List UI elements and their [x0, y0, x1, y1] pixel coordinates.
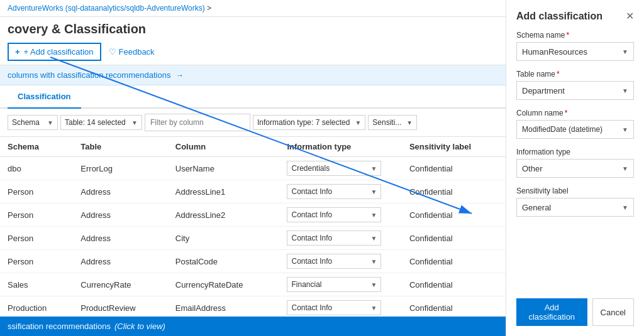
- table-row: Production ProductReview EmailAddress Co…: [0, 296, 506, 320]
- schema-name-group: Schema name * HumanResources ▼: [516, 31, 634, 61]
- sensitivity-value-2: Confidential: [409, 210, 453, 220]
- table-name-group: Table name * Department ▼: [516, 70, 634, 100]
- cell-schema: Production: [0, 296, 73, 320]
- sensitivity-label-group: Sensitivity label General ▼: [516, 187, 634, 217]
- cell-table: ProductReview: [73, 296, 167, 320]
- bottom-bar-click: (Click to view): [114, 322, 165, 331]
- info-type-filter[interactable]: Information type: 7 selected ▼: [253, 115, 365, 130]
- cell-sensitivity: Confidential: [402, 203, 506, 227]
- info-type-cell-select-2[interactable]: Contact Info ▼: [287, 207, 381, 222]
- table-name-value: Department: [522, 86, 565, 95]
- info-type-cell-select-3[interactable]: Contact Info ▼: [287, 230, 381, 246]
- sensitivity-filter[interactable]: Sensiti... ▼: [368, 115, 417, 130]
- tabs-bar: Classification: [0, 85, 506, 109]
- right-panel: Add classification ✕ Schema name * Human…: [506, 0, 644, 336]
- schema-filter[interactable]: Schema ▼: [8, 115, 58, 130]
- breadcrumb-link[interactable]: AdventureWorks (sql-dataanalytics/sqldb-…: [8, 4, 205, 13]
- info-type-filter-text: Information type: 7 selected: [257, 118, 350, 127]
- breadcrumb-separator: >: [207, 4, 211, 13]
- col-header-info-type: Information type: [279, 137, 401, 157]
- sensitivity-filter-text: Sensiti...: [372, 118, 401, 127]
- sensitivity-value-4: Confidential: [409, 257, 453, 266]
- cell-table: Address: [73, 180, 167, 203]
- info-type-cell-chevron-icon-3: ▼: [371, 235, 377, 242]
- bottom-bar-text: ssification recommendations: [8, 322, 111, 331]
- schema-name-label: Schema name *: [516, 31, 634, 40]
- cell-sensitivity: Confidential: [402, 227, 506, 250]
- heart-icon: ♡: [109, 47, 116, 57]
- sensitivity-value-3: Confidential: [409, 234, 453, 243]
- info-type-filter-chevron-icon: ▼: [355, 119, 361, 126]
- info-type-cell-select-1[interactable]: Contact Info ▼: [287, 184, 381, 199]
- recommendation-arrow: →: [175, 70, 184, 80]
- cell-column: UserName: [168, 157, 280, 180]
- cell-schema: Sales: [0, 273, 73, 296]
- information-type-group: Information type Other ▼: [516, 148, 634, 178]
- info-type-cell-select-5[interactable]: Financial ▼: [287, 277, 381, 292]
- sensitivity-label-label: Sensitivity label: [516, 187, 634, 195]
- col-header-column: Column: [168, 137, 280, 157]
- plus-icon: +: [15, 47, 20, 57]
- cell-info-type: Contact Info ▼: [279, 296, 401, 320]
- cell-sensitivity: Confidential: [402, 157, 506, 180]
- table-name-select[interactable]: Department ▼: [516, 81, 634, 100]
- cell-schema: Person: [0, 203, 73, 227]
- sensitivity-filter-chevron-icon: ▼: [406, 119, 413, 126]
- cell-sensitivity: Confidential: [402, 296, 506, 320]
- schema-filter-text: Schema: [12, 118, 42, 127]
- sensitivity-label-value: General: [522, 203, 551, 212]
- col-header-table: Table: [73, 137, 167, 157]
- cell-info-type: Contact Info ▼: [279, 180, 401, 203]
- feedback-label: Feedback: [119, 47, 155, 57]
- info-type-cell-chevron-icon-4: ▼: [371, 258, 377, 265]
- info-type-cell-select-6[interactable]: Contact Info ▼: [287, 300, 381, 315]
- cell-sensitivity: Confidential: [402, 250, 506, 273]
- information-type-select[interactable]: Other ▼: [516, 159, 634, 178]
- cancel-button[interactable]: Cancel: [592, 298, 634, 326]
- add-classification-submit-button[interactable]: Add classification: [516, 298, 587, 326]
- feedback-button[interactable]: ♡ Feedback: [109, 47, 155, 57]
- column-filter-input[interactable]: [145, 114, 250, 131]
- add-classification-button[interactable]: + + Add classification: [8, 43, 101, 61]
- cell-info-type: Contact Info ▼: [279, 250, 401, 273]
- table-filter-chevron-icon: ▼: [131, 119, 138, 126]
- info-type-cell-chevron-icon-6: ▼: [371, 305, 377, 312]
- cell-column: AddressLine2: [168, 203, 280, 227]
- table-required-marker: *: [557, 70, 560, 79]
- cell-table: Address: [73, 227, 167, 250]
- cell-table: Address: [73, 250, 167, 273]
- cell-schema: Person: [0, 227, 73, 250]
- cell-table: Address: [73, 203, 167, 227]
- cell-column: PostalCode: [168, 250, 280, 273]
- cell-sensitivity: Confidential: [402, 273, 506, 296]
- recommendation-text: columns with classification recommendati…: [8, 70, 184, 80]
- sensitivity-value-0: Confidential: [409, 164, 453, 173]
- info-type-cell-select-4[interactable]: Contact Info ▼: [287, 254, 381, 269]
- table-filter-text: Table: 14 selected: [65, 118, 126, 127]
- sensitivity-value-6: Confidential: [409, 303, 453, 313]
- table-row: Sales CurrencyRate CurrencyRateDate Fina…: [0, 273, 506, 296]
- cell-schema: dbo: [0, 157, 73, 180]
- column-name-select[interactable]: ModifiedDate (datetime) ▼: [516, 120, 634, 139]
- panel-title: Add classification: [516, 11, 602, 22]
- recommendation-bar[interactable]: columns with classification recommendati…: [0, 65, 506, 85]
- bottom-bar[interactable]: ssification recommendations (Click to vi…: [0, 317, 506, 336]
- info-type-cell-chevron-icon-2: ▼: [371, 212, 377, 219]
- sensitivity-value-5: Confidential: [409, 280, 453, 290]
- schema-required-marker: *: [566, 31, 569, 40]
- schema-name-chevron-icon: ▼: [622, 48, 628, 55]
- tab-classification[interactable]: Classification: [8, 85, 81, 109]
- schema-name-select[interactable]: HumanResources ▼: [516, 42, 634, 61]
- information-type-label: Information type: [516, 148, 634, 156]
- close-button[interactable]: ✕: [626, 10, 634, 22]
- column-name-label: Column name *: [516, 109, 634, 117]
- column-name-chevron-icon: ▼: [622, 126, 628, 133]
- cell-schema: Person: [0, 250, 73, 273]
- table-row: Person Address AddressLine2 Contact Info…: [0, 203, 506, 227]
- table-filter[interactable]: Table: 14 selected ▼: [60, 115, 142, 130]
- schema-name-value: HumanResources: [522, 47, 587, 57]
- table-row: Person Address AddressLine1 Contact Info…: [0, 180, 506, 203]
- info-type-cell-select-0[interactable]: Credentials ▼: [287, 161, 381, 176]
- page-title: covery & Classification: [0, 17, 506, 39]
- sensitivity-label-select[interactable]: General ▼: [516, 198, 634, 217]
